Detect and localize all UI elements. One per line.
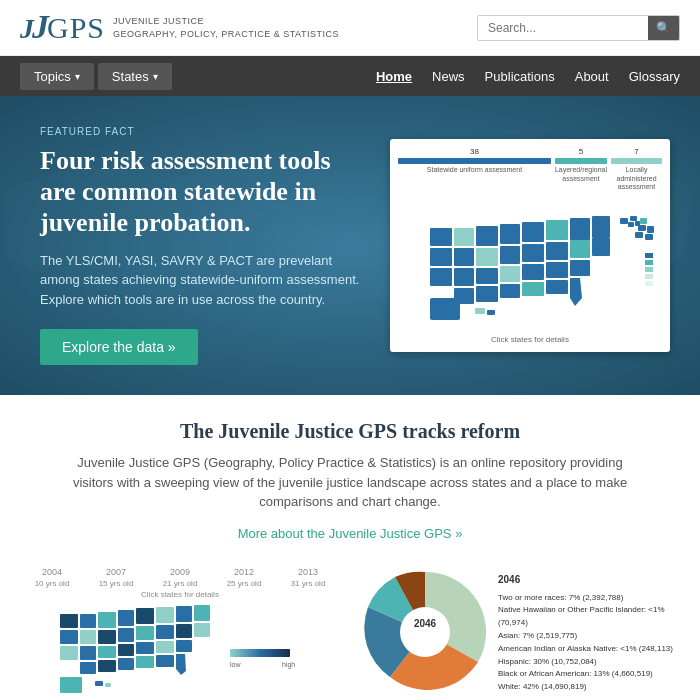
svg-rect-68 [80,662,96,674]
legend-white: White: 42% (14,690,819) [498,681,680,694]
chart-left: 2004 2007 2009 2012 2013 10 yrs old 15 y… [20,567,340,700]
svg-rect-16 [592,216,610,238]
age-15: 15 yrs old [99,579,134,588]
explore-button[interactable]: Explore the data » [40,329,198,365]
section-description: Juvenile Justice GPS (Geography, Policy … [60,453,640,512]
hero-content: Featured Fact Four risk assessment tools… [40,126,370,365]
svg-rect-71 [136,656,154,668]
svg-rect-24 [592,238,610,256]
svg-rect-7 [645,234,653,240]
age-25: 25 yrs old [227,579,262,588]
svg-rect-40 [645,253,653,258]
svg-rect-12 [500,224,520,244]
svg-rect-36 [546,280,568,294]
svg-rect-74 [95,681,103,686]
nav-publications[interactable]: Publications [485,69,555,84]
section-title: The Juvenile Justice GPS tracks reform [40,420,660,443]
search-input[interactable] [478,16,648,40]
svg-rect-33 [476,286,498,302]
svg-rect-66 [156,641,174,653]
year-2007: 2007 [106,567,126,577]
search-button[interactable]: 🔍 [648,16,679,40]
svg-rect-51 [176,606,192,622]
svg-rect-22 [546,242,568,260]
svg-rect-30 [546,262,568,278]
svg-rect-2 [628,222,634,227]
svg-rect-70 [118,658,134,670]
svg-rect-58 [156,625,174,639]
legend-aian: American Indian or Alaska Native: <1% (2… [498,643,680,656]
svg-rect-50 [156,607,174,623]
nav-links: Home News Publications About Glossary [376,69,680,84]
svg-rect-62 [80,646,96,660]
main-nav: Topics States Home News Publications Abo… [0,56,700,96]
svg-rect-27 [476,268,498,284]
svg-rect-39 [487,310,495,315]
legend-local: 7 Locally administered assessment [611,147,662,191]
legend-uniform: 38 Statewide uniform assessment [398,147,551,191]
svg-rect-76 [230,649,290,657]
svg-rect-75 [105,683,111,687]
svg-rect-26 [454,268,474,286]
age-21: 21 yrs old [163,579,198,588]
logo-jj: JJ [20,10,47,44]
nav-about[interactable]: About [575,69,609,84]
svg-rect-6 [647,226,654,233]
hero-title: Four risk assessment tools are common st… [40,145,370,239]
site-header: JJ GPS Juvenile Justice Geography, Polic… [0,0,700,56]
nav-home[interactable]: Home [376,69,412,84]
svg-rect-5 [638,225,646,231]
left-chart-svg: low high [20,599,340,700]
svg-rect-10 [454,228,474,246]
svg-rect-15 [570,218,590,240]
logo-gps: GPS [47,11,105,45]
svg-rect-73 [60,677,82,693]
featured-label: Featured Fact [40,126,370,137]
hero-section: Featured Fact Four risk assessment tools… [0,96,700,395]
nav-news[interactable]: News [432,69,465,84]
charts-row: 2004 2007 2009 2012 2013 10 yrs old 15 y… [0,557,700,700]
year-2013: 2013 [298,567,318,577]
pie-chart-svg: 2046 [360,567,490,697]
pie-area: 2046 2046 Two or more races: 7% (2,392,7… [360,567,680,697]
map-click-note: Click states for details [398,335,662,344]
year-2012: 2012 [234,567,254,577]
svg-text:low: low [230,661,241,668]
hero-map-panel: 38 Statewide uniform assessment 5 Layere… [390,139,670,351]
search-box[interactable]: 🔍 [477,15,680,41]
hero-description: The YLS/CMI, YASI, SAVRY & PACT are prev… [40,251,370,310]
svg-rect-67 [176,640,192,652]
svg-rect-19 [476,248,498,266]
year-2009: 2009 [170,567,190,577]
svg-rect-69 [98,660,116,672]
svg-rect-55 [98,630,116,644]
pie-year: 2046 [498,572,680,588]
logo-tagline: Juvenile Justice Geography, Policy, Prac… [113,15,339,40]
svg-rect-21 [522,244,544,262]
svg-rect-44 [645,281,653,286]
svg-rect-18 [454,248,474,266]
svg-rect-60 [194,623,210,637]
svg-point-79 [400,607,450,657]
svg-rect-56 [118,628,134,642]
svg-rect-20 [500,246,520,264]
more-link[interactable]: More about the Juvenile Justice GPS [238,526,463,541]
age-labels: 10 yrs old 15 yrs old 21 yrs old 25 yrs … [20,579,340,588]
svg-rect-43 [645,274,653,279]
map-container: 38 Statewide uniform assessment 5 Layere… [390,139,670,351]
svg-rect-59 [176,624,192,638]
svg-rect-11 [476,226,498,246]
states-dropdown[interactable]: States [98,63,172,90]
svg-rect-29 [522,264,544,280]
svg-rect-25 [430,268,452,286]
topics-dropdown[interactable]: Topics [20,63,94,90]
svg-rect-34 [500,284,520,298]
svg-rect-13 [522,222,544,242]
nav-glossary[interactable]: Glossary [629,69,680,84]
svg-rect-45 [60,614,78,628]
svg-rect-64 [118,644,134,656]
svg-rect-35 [522,282,544,296]
year-2004: 2004 [42,567,62,577]
legend-hispanic: Hispanic: 30% (10,752,084) [498,656,680,669]
logo: JJ GPS [20,10,105,45]
